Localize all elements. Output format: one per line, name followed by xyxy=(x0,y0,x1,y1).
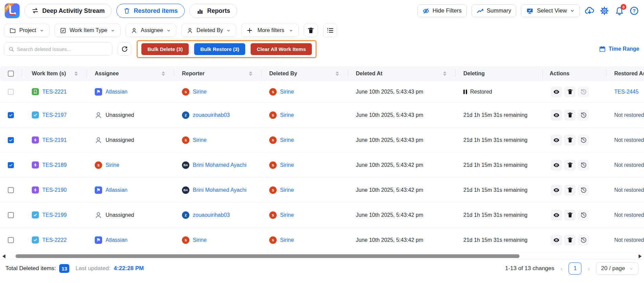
user-link[interactable]: Atlassian xyxy=(106,89,128,95)
row-checkbox[interactable] xyxy=(8,237,14,243)
assignee-cell: ⚑Atlassian xyxy=(87,88,174,96)
sort-icon[interactable] xyxy=(74,71,78,76)
row-checkbox[interactable] xyxy=(8,187,14,193)
deleted-by-cell: sSirine xyxy=(261,88,348,96)
view-item-button[interactable] xyxy=(551,210,562,221)
user-link[interactable]: Sirine xyxy=(106,162,119,168)
user-link[interactable]: Sirine xyxy=(280,212,294,218)
view-item-button[interactable] xyxy=(551,110,562,121)
view-item-button[interactable] xyxy=(551,185,562,196)
filter-assignee[interactable]: Assignee xyxy=(125,24,176,37)
view-item-button[interactable] xyxy=(551,86,562,97)
current-page-button[interactable]: 1 xyxy=(569,262,581,275)
trash-icon xyxy=(567,137,573,143)
nav-deep-activity-stream[interactable]: Deep Activitiy Stream xyxy=(24,4,112,18)
user-link[interactable]: Brini Mohamed Ayachi xyxy=(193,187,247,193)
select-view-button[interactable]: Select View xyxy=(521,4,580,17)
row-checkbox[interactable] xyxy=(8,137,14,143)
list-view-button[interactable] xyxy=(323,24,337,37)
column-header-deleted-by[interactable]: Deleted By xyxy=(261,66,348,81)
work-item-link[interactable]: TES-2199 xyxy=(42,212,67,218)
help-button[interactable]: ? xyxy=(629,6,639,16)
page-size-select[interactable]: 20 / page xyxy=(596,262,639,275)
delete-item-button[interactable] xyxy=(564,185,576,196)
sort-icon[interactable] xyxy=(162,71,165,76)
column-header-deleting: Deleting xyxy=(455,66,543,81)
user-link[interactable]: zouaouirihab03 xyxy=(193,212,230,218)
sort-icon[interactable] xyxy=(443,71,446,76)
restore-item-button[interactable] xyxy=(578,210,589,221)
work-item-link[interactable]: TES-2197 xyxy=(42,112,67,118)
view-item-button[interactable] xyxy=(551,135,562,146)
column-header-assignee[interactable]: Assignee xyxy=(87,66,174,81)
bulk-restore-button[interactable]: Bulk Restore (3) xyxy=(194,43,245,55)
column-header-deleted-at[interactable]: Deleted At xyxy=(348,66,455,81)
delete-item-button[interactable] xyxy=(564,160,576,171)
column-header-reporter[interactable]: Reporter xyxy=(174,66,261,81)
restored-as-link[interactable]: TES-2445 xyxy=(614,89,639,95)
restore-item-button[interactable] xyxy=(578,135,589,146)
next-page-button[interactable]: › xyxy=(588,265,590,273)
delete-filter-button[interactable] xyxy=(304,24,318,37)
view-item-button[interactable] xyxy=(551,160,562,171)
user-link[interactable]: Sirine xyxy=(280,187,294,193)
refresh-button[interactable] xyxy=(118,42,131,56)
clear-all-work-items-button[interactable]: Clear All Work Items xyxy=(251,43,312,55)
user-link[interactable]: Atlassian xyxy=(106,187,128,193)
scrollbar-thumb[interactable] xyxy=(16,254,520,258)
delete-item-button[interactable] xyxy=(564,110,576,121)
nav-reports[interactable]: Reports xyxy=(189,4,237,18)
work-item-link[interactable]: TES-2190 xyxy=(42,187,67,193)
sort-icon[interactable] xyxy=(336,71,339,76)
restore-item-button[interactable] xyxy=(578,110,589,121)
scroll-left-arrow[interactable] xyxy=(2,254,5,258)
user-link[interactable]: Sirine xyxy=(280,89,294,95)
delete-item-button[interactable] xyxy=(564,210,576,221)
user-link[interactable]: Sirine xyxy=(280,162,294,168)
filter-work-item-type[interactable]: Work Item Type xyxy=(54,24,120,37)
filter-project[interactable]: Project xyxy=(4,24,49,37)
delete-item-button[interactable] xyxy=(564,86,576,97)
work-item-link[interactable]: TES-2191 xyxy=(42,137,67,143)
row-checkbox[interactable] xyxy=(8,162,14,168)
settings-button[interactable] xyxy=(599,6,610,16)
select-all-checkbox[interactable] xyxy=(8,71,14,77)
work-item-link[interactable]: TES-2221 xyxy=(42,89,67,95)
delete-item-button[interactable] xyxy=(564,135,576,146)
filter-deleted-by[interactable]: Deleted By xyxy=(181,24,236,37)
cloud-download-button[interactable] xyxy=(584,6,595,16)
work-item-link[interactable]: TES-2222 xyxy=(42,237,67,243)
row-checkbox[interactable] xyxy=(8,112,14,118)
user-link[interactable]: Sirine xyxy=(193,89,207,95)
restore-item-button[interactable] xyxy=(578,235,589,246)
hide-filters-button[interactable]: Hide Filters xyxy=(417,4,467,17)
user-link[interactable]: Sirine xyxy=(280,112,294,118)
bulk-delete-button[interactable]: Bulk Delete (3) xyxy=(141,43,189,55)
user-link[interactable]: Atlassian xyxy=(106,237,128,243)
user-link[interactable]: Brini Mohamed Ayachi xyxy=(193,162,247,168)
unassigned-avatar-icon xyxy=(95,136,102,144)
row-checkbox[interactable] xyxy=(8,89,14,95)
search-input[interactable] xyxy=(17,46,108,52)
user-link[interactable]: Sirine xyxy=(193,137,207,143)
restore-item-button[interactable] xyxy=(578,185,589,196)
user-link[interactable]: Sirine xyxy=(280,237,294,243)
user-link[interactable]: Sirine xyxy=(280,137,294,143)
column-header-work-item[interactable]: Work Item (s) xyxy=(22,66,87,81)
nav-restored-items[interactable]: Restored items xyxy=(116,4,185,18)
delete-item-button[interactable] xyxy=(564,235,576,246)
prev-page-button[interactable]: ‹ xyxy=(560,265,563,273)
user-link[interactable]: Sirine xyxy=(193,237,207,243)
user-link[interactable]: zouaouirihab03 xyxy=(193,112,230,118)
scroll-right-arrow[interactable] xyxy=(639,254,642,258)
sort-icon[interactable] xyxy=(249,71,252,76)
filter-more-filters[interactable]: More filters xyxy=(241,24,299,37)
view-item-button[interactable] xyxy=(551,235,562,246)
work-item-link[interactable]: TES-2189 xyxy=(42,162,67,168)
row-checkbox[interactable] xyxy=(8,212,14,218)
time-range-link[interactable]: Time Range xyxy=(599,46,640,52)
restore-item-button[interactable] xyxy=(578,86,589,97)
notifications-button[interactable]: 0 xyxy=(614,6,624,16)
summary-button[interactable]: Summary xyxy=(472,4,516,17)
restore-item-button[interactable] xyxy=(578,160,589,171)
